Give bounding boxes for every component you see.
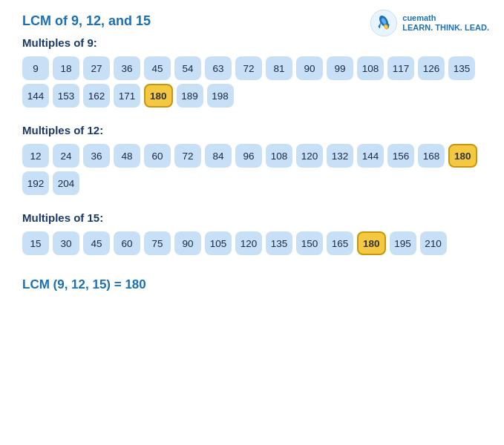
cuemath-logo-icon — [370, 9, 398, 37]
number-box: 36 — [83, 144, 110, 168]
multiples-grid-9: 9182736455463728190991081171261351441531… — [22, 56, 482, 108]
number-box: 90 — [296, 56, 323, 80]
number-box: 54 — [174, 56, 201, 80]
number-box: 198 — [207, 84, 234, 108]
number-box: 108 — [357, 56, 384, 80]
lcm-result: LCM (9, 12, 15) = 180 — [22, 271, 482, 292]
number-box: 81 — [266, 56, 292, 80]
number-box: 63 — [205, 56, 232, 80]
number-box: 96 — [235, 144, 262, 168]
number-box: 12 — [22, 144, 49, 168]
section-title-15: Multiples of 15: — [22, 211, 482, 224]
number-box: 126 — [418, 56, 445, 80]
number-box: 24 — [53, 144, 79, 168]
number-box: 27 — [83, 56, 110, 80]
number-box: 180 — [144, 84, 173, 108]
number-box: 168 — [418, 144, 445, 168]
number-box: 144 — [22, 84, 49, 108]
number-box: 204 — [53, 171, 79, 195]
number-box: 180 — [448, 144, 477, 168]
number-box: 45 — [144, 56, 171, 80]
number-box: 144 — [357, 144, 384, 168]
number-box: 18 — [53, 56, 79, 80]
logo-area: cuemath LEARN. THINK. LEAD. — [370, 9, 489, 37]
number-box: 15 — [22, 231, 49, 255]
number-box: 84 — [205, 144, 232, 168]
number-box: 75 — [144, 231, 171, 255]
number-box: 108 — [266, 144, 292, 168]
multiples-grid-12: 1224364860728496108120132144156168180192… — [22, 144, 482, 195]
main-content: Multiples of 9: 918273645546372819099108… — [0, 36, 504, 292]
number-box: 162 — [83, 84, 110, 108]
number-box: 180 — [357, 231, 386, 255]
number-box: 72 — [174, 144, 201, 168]
number-box: 189 — [177, 84, 203, 108]
number-box: 72 — [235, 56, 262, 80]
number-box: 135 — [266, 231, 292, 255]
number-box: 165 — [327, 231, 353, 255]
number-box: 153 — [53, 84, 79, 108]
number-box: 192 — [22, 171, 49, 195]
number-box: 210 — [420, 231, 447, 255]
multiples-grid-15: 153045607590105120135150165180195210 — [22, 231, 482, 255]
number-box: 120 — [235, 231, 262, 255]
section-multiples-15: Multiples of 15: 15304560759010512013515… — [22, 211, 482, 255]
number-box: 48 — [114, 144, 140, 168]
number-box: 132 — [327, 144, 353, 168]
section-title-9: Multiples of 9: — [22, 36, 482, 49]
number-box: 105 — [205, 231, 232, 255]
logo-text: cuemath LEARN. THINK. LEAD. — [402, 13, 489, 33]
number-box: 30 — [53, 231, 79, 255]
number-box: 60 — [144, 144, 171, 168]
number-box: 9 — [22, 56, 49, 80]
number-box: 45 — [83, 231, 110, 255]
number-box: 135 — [448, 56, 475, 80]
number-box: 150 — [296, 231, 323, 255]
section-title-12: Multiples of 12: — [22, 124, 482, 136]
number-box: 99 — [327, 56, 353, 80]
number-box: 117 — [387, 56, 414, 80]
number-box: 171 — [114, 84, 140, 108]
number-box: 156 — [387, 144, 414, 168]
number-box: 120 — [296, 144, 323, 168]
number-box: 36 — [114, 56, 140, 80]
number-box: 90 — [174, 231, 201, 255]
number-box: 195 — [390, 231, 416, 255]
number-box: 60 — [114, 231, 140, 255]
section-multiples-9: Multiples of 9: 918273645546372819099108… — [22, 36, 482, 108]
section-multiples-12: Multiples of 12: 12243648607284961081201… — [22, 124, 482, 195]
